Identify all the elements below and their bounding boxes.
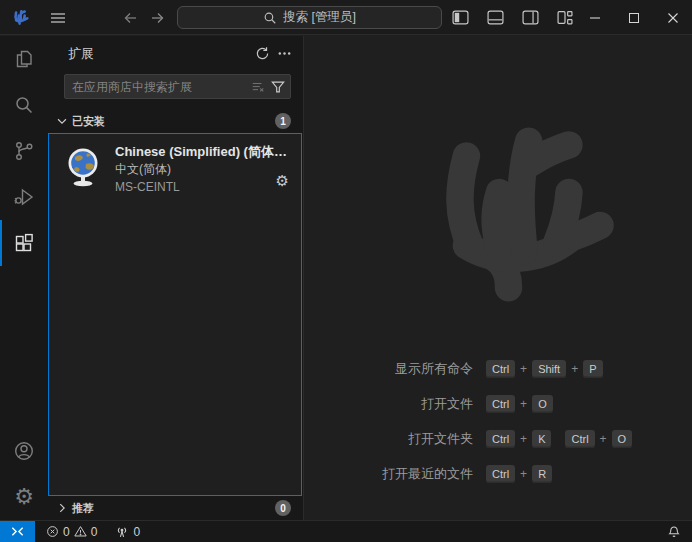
keycap: R	[532, 465, 552, 483]
shortcut-row: 打开最近的文件 Ctrl+R	[305, 463, 692, 485]
error-count: 0	[63, 525, 70, 539]
keycap: Ctrl	[565, 430, 594, 448]
source-control-icon[interactable]	[0, 128, 48, 174]
radio-tower-icon	[115, 525, 129, 539]
warning-icon	[74, 525, 87, 538]
settings-gear-icon[interactable]: ⚙	[0, 474, 48, 520]
run-debug-icon[interactable]	[0, 174, 48, 220]
plus-separator: +	[571, 362, 578, 376]
keycap: Ctrl	[486, 395, 515, 413]
keycap: P	[583, 360, 602, 378]
search-icon	[263, 11, 277, 25]
warning-count: 0	[91, 525, 98, 539]
keycap: Ctrl	[486, 465, 515, 483]
keycap: Ctrl	[486, 430, 515, 448]
nav-forward-icon[interactable]	[144, 5, 172, 30]
plus-separator: +	[520, 432, 527, 446]
more-actions-icon[interactable]	[273, 43, 295, 65]
editor-area: 显示所有命令 Ctrl+Shift+P 打开文件 Ctrl+O 打开文件夹 Ct…	[305, 36, 692, 520]
keycap: Shift	[532, 360, 566, 378]
search-view-icon[interactable]	[0, 82, 48, 128]
problems-status[interactable]: 0 0	[41, 521, 102, 542]
extensions-sidebar: 扩展	[48, 36, 304, 520]
extensions-view-icon[interactable]	[0, 220, 48, 266]
welcome-shortcuts: 显示所有命令 Ctrl+Shift+P 打开文件 Ctrl+O 打开文件夹 Ct…	[305, 358, 692, 498]
explorer-icon[interactable]	[0, 36, 48, 82]
shortcut-label: 打开最近的文件	[305, 465, 473, 483]
keycap: O	[612, 430, 633, 448]
section-recommended[interactable]: 推荐 0	[48, 496, 303, 520]
accounts-icon[interactable]	[0, 428, 48, 474]
watermark-coral-logo	[406, 100, 644, 318]
notifications-bell-icon[interactable]	[662, 521, 686, 542]
extension-name: Chinese (Simplified) (简体…	[115, 143, 291, 160]
keycap: Ctrl	[486, 360, 515, 378]
shortcut-row: 打开文件夹 Ctrl+K Ctrl+O	[305, 428, 692, 450]
extensions-search-box	[64, 74, 291, 99]
plus-separator: +	[520, 362, 527, 376]
keycap: K	[532, 430, 551, 448]
remote-indicator-icon[interactable]	[0, 521, 35, 542]
ports-count: 0	[133, 525, 140, 539]
ports-status[interactable]: 0	[110, 521, 145, 542]
clear-search-icon[interactable]	[248, 77, 268, 97]
app-logo-icon	[11, 7, 31, 27]
layout-controls	[449, 5, 576, 30]
extension-publisher: MS-CEINTL	[115, 178, 293, 196]
chevron-right-icon	[54, 500, 70, 516]
extension-description: 中文(简体)	[115, 160, 293, 178]
shortcut-label: 打开文件夹	[305, 430, 473, 448]
filter-icon[interactable]	[268, 77, 288, 97]
activity-bar: ⚙	[0, 36, 48, 520]
shortcut-label: 打开文件	[305, 395, 473, 413]
manage-extension-gear-icon[interactable]: ⚙	[276, 173, 289, 188]
extensions-search-input[interactable]	[72, 80, 248, 94]
shortcut-label: 显示所有命令	[305, 360, 473, 378]
menu-icon[interactable]	[44, 5, 72, 30]
maximize-button[interactable]	[614, 0, 653, 35]
nav-back-icon[interactable]	[116, 5, 144, 30]
activity-bar-spacer	[0, 266, 48, 428]
chevron-down-icon	[54, 113, 70, 129]
shortcut-row: 打开文件 Ctrl+O	[305, 393, 692, 415]
customize-layout-icon[interactable]	[554, 5, 576, 30]
plus-separator: +	[520, 397, 527, 411]
app-window: 搜索 [管理员]	[0, 0, 692, 542]
installed-count-badge: 1	[275, 113, 291, 129]
shortcut-row: 显示所有命令 Ctrl+Shift+P	[305, 358, 692, 380]
refresh-icon[interactable]	[251, 43, 273, 65]
plus-separator: +	[520, 467, 527, 481]
toggle-secondary-sidebar-icon[interactable]	[519, 5, 541, 30]
section-installed[interactable]: 已安装 1	[48, 109, 303, 133]
extension-text: Chinese (Simplified) (简体… 中文(简体) MS-CEIN…	[115, 143, 293, 196]
status-bar: 0 0 0	[0, 520, 692, 542]
sidebar-header: 扩展	[48, 36, 303, 71]
title-bar: 搜索 [管理员]	[0, 0, 692, 35]
section-recommended-label: 推荐	[72, 501, 275, 516]
error-icon	[46, 525, 59, 538]
window-controls	[575, 0, 692, 35]
sidebar-title: 扩展	[68, 45, 251, 63]
command-center-label: 搜索 [管理员]	[283, 9, 356, 26]
keycap: O	[532, 395, 553, 413]
plus-separator: +	[600, 432, 607, 446]
toggle-primary-sidebar-icon[interactable]	[449, 5, 471, 30]
recommended-count-badge: 0	[275, 500, 291, 516]
installed-extensions-list: Chinese (Simplified) (简体… 中文(简体) MS-CEIN…	[48, 133, 302, 496]
toggle-panel-icon[interactable]	[484, 5, 506, 30]
section-installed-label: 已安装	[72, 114, 275, 129]
extension-list-item[interactable]: Chinese (Simplified) (简体… 中文(简体) MS-CEIN…	[49, 134, 301, 196]
close-button[interactable]	[653, 0, 692, 35]
command-center-search[interactable]: 搜索 [管理员]	[177, 6, 442, 29]
minimize-button[interactable]	[575, 0, 614, 35]
extension-globe-icon	[61, 144, 105, 188]
